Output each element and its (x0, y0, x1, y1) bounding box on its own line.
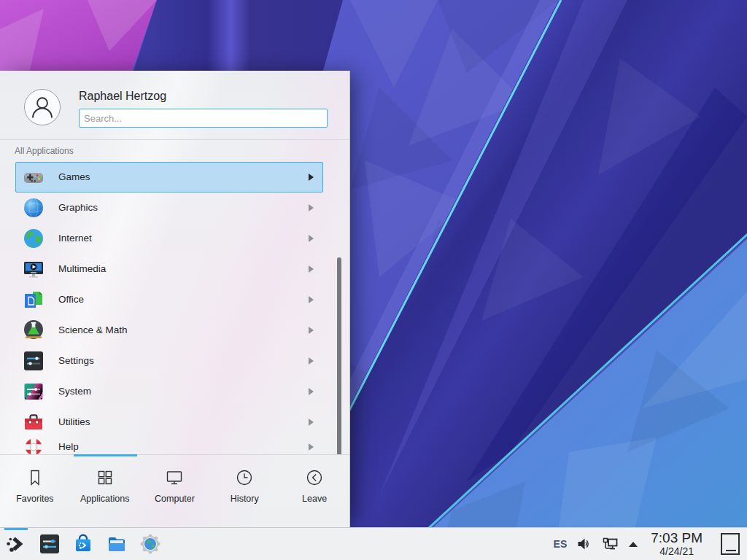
list-scrollbar[interactable] (337, 257, 341, 454)
menu-item-system[interactable]: System (15, 376, 323, 407)
menu-item-games[interactable]: Games (15, 162, 323, 192)
expand-tray-icon (628, 541, 638, 548)
games-icon (22, 166, 45, 189)
tab-label: Favorites (16, 494, 53, 504)
menu-item-label: System (58, 386, 91, 397)
tab-label: Leave (302, 494, 327, 504)
menu-item-label: Games (58, 171, 90, 182)
submenu-arrow-icon (309, 296, 314, 303)
network-icon (602, 537, 619, 552)
taskbar-apps (3, 528, 163, 560)
menu-item-label: Internet (58, 233, 92, 244)
file-manager-icon (105, 532, 128, 556)
system-settings-icon (38, 532, 61, 556)
submenu-arrow-icon (309, 443, 314, 451)
menu-item-label: Help (58, 441, 79, 452)
submenu-arrow-icon (309, 265, 314, 273)
tab-favorites[interactable]: Favorites (0, 455, 70, 527)
tab-leave[interactable]: Leave (279, 455, 349, 527)
submenu-arrow-icon (309, 357, 314, 365)
system-settings-button[interactable] (36, 528, 63, 560)
app-launcher-icon (4, 532, 28, 556)
active-launcher-indicator (4, 528, 28, 530)
keyboard-layout-indicator[interactable]: ES (554, 538, 568, 550)
graphics-icon (22, 196, 45, 219)
science-icon (22, 319, 45, 342)
app-launcher-button[interactable] (3, 528, 29, 560)
launcher-header: Raphael Hertzog (0, 71, 349, 140)
submenu-arrow-icon (309, 204, 314, 211)
menu-item-internet[interactable]: Internet (15, 223, 323, 254)
menu-item-settings[interactable]: Settings (15, 346, 323, 376)
network-button[interactable] (602, 537, 619, 552)
user-name: Raphael Hertzog (79, 90, 328, 103)
menu-item-multimedia[interactable]: Multimedia (15, 254, 323, 284)
tab-computer[interactable]: Computer (140, 455, 210, 527)
desktop: Raphael Hertzog All Applications Games G… (0, 0, 747, 560)
office-icon (22, 288, 45, 311)
avatar[interactable] (24, 89, 61, 125)
volume-button[interactable] (576, 537, 592, 551)
menu-item-office[interactable]: Office (15, 284, 323, 315)
menu-item-label: Multimedia (58, 263, 106, 274)
show-desktop-button[interactable] (719, 532, 741, 556)
volume-icon (576, 537, 592, 551)
tab-label: Computer (155, 494, 195, 504)
submenu-arrow-icon (309, 235, 314, 242)
tab-applications[interactable]: Applications (70, 455, 140, 527)
submenu-arrow-icon (309, 419, 314, 426)
multimedia-icon (22, 257, 45, 281)
active-tab-indicator (74, 454, 137, 456)
settings-icon (22, 349, 45, 373)
discover-icon (71, 532, 95, 556)
category-list: Games Graphics Internet (0, 162, 349, 454)
user-icon (25, 90, 60, 125)
system-tray: ES 7:03 PM 4/24/21 (554, 531, 741, 557)
favorites-icon (26, 468, 44, 487)
menu-item-graphics[interactable]: Graphics (15, 192, 323, 223)
clock-date: 4/24/21 (651, 546, 703, 557)
digital-clock[interactable]: 7:03 PM 4/24/21 (651, 531, 703, 557)
web-browser-icon (139, 532, 162, 556)
leave-icon (305, 468, 324, 487)
discover-button[interactable] (70, 528, 96, 560)
utilities-icon (22, 411, 45, 434)
menu-item-help[interactable]: Help (15, 432, 323, 454)
tab-label: Applications (80, 494, 129, 504)
menu-item-label: Graphics (58, 202, 98, 213)
help-icon (22, 435, 45, 454)
menu-item-label: Science & Math (58, 324, 128, 335)
menu-item-science-math[interactable]: Science & Math (15, 315, 323, 346)
menu-item-label: Utilities (58, 416, 90, 427)
section-label: All Applications (0, 140, 349, 162)
submenu-arrow-icon (309, 388, 314, 395)
show-desktop-icon (719, 532, 741, 556)
computer-icon (165, 468, 184, 487)
menu-item-label: Settings (58, 355, 94, 366)
history-icon (235, 468, 254, 487)
expand-tray-button[interactable] (628, 541, 638, 548)
clock-time: 7:03 PM (651, 531, 703, 545)
application-launcher-menu: Raphael Hertzog All Applications Games G… (0, 71, 350, 527)
submenu-arrow-icon (309, 327, 314, 334)
launcher-tabbar: Favorites Applications Computer History … (0, 454, 349, 527)
tab-label: History (231, 494, 259, 504)
tab-history[interactable]: History (209, 455, 279, 527)
search-input[interactable] (79, 109, 328, 128)
submenu-arrow-icon (309, 174, 314, 181)
file-manager-button[interactable] (104, 528, 130, 560)
web-browser-button[interactable] (137, 528, 163, 560)
system-icon (22, 380, 45, 403)
taskbar: ES 7:03 PM 4/24/21 (0, 527, 747, 560)
applications-icon (96, 468, 115, 487)
menu-item-label: Office (58, 294, 84, 305)
internet-icon (22, 227, 45, 250)
